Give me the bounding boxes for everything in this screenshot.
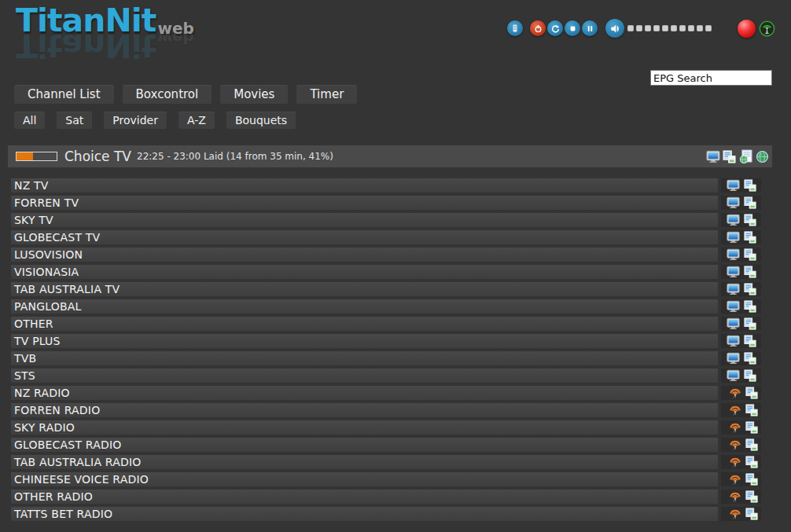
pages-icon[interactable]: [745, 508, 758, 520]
tv-screen-icon[interactable]: [727, 179, 740, 192]
volume-block[interactable]: [636, 25, 642, 31]
pages-icon[interactable]: [744, 231, 756, 244]
pages-icon[interactable]: [744, 196, 756, 209]
volume-block[interactable]: [697, 25, 703, 31]
volume-block[interactable]: [627, 25, 634, 31]
tv-screen-icon[interactable]: [727, 248, 740, 261]
pages-icon[interactable]: [744, 283, 756, 295]
radio-broadcast-icon[interactable]: [729, 456, 741, 468]
channel-name[interactable]: GLOBECAST RADIO: [11, 438, 718, 452]
tv-screen-icon[interactable]: [727, 196, 740, 209]
tv-screen-icon[interactable]: [706, 150, 720, 163]
radio-broadcast-icon[interactable]: [729, 438, 741, 451]
filter-all[interactable]: All: [14, 112, 45, 129]
channel-name[interactable]: TATTS BET RADIO: [11, 507, 718, 521]
pause-button[interactable]: [582, 20, 598, 36]
filter-nav: All Sat Provider A-Z Bouquets: [14, 112, 307, 129]
channel-row: NZ RADIO: [11, 386, 761, 400]
channel-name[interactable]: OTHER RADIO: [11, 490, 718, 504]
channel-name[interactable]: PANGLOBAL: [11, 299, 718, 314]
filter-az[interactable]: A-Z: [178, 112, 215, 129]
channel-name[interactable]: SKY TV: [11, 213, 718, 227]
volume-block[interactable]: [679, 25, 686, 31]
volume-block[interactable]: [705, 25, 712, 31]
channel-name[interactable]: NZ TV: [11, 178, 718, 193]
stop-button[interactable]: [565, 20, 580, 36]
stream-button[interactable]: [759, 20, 775, 37]
volume-block[interactable]: [662, 25, 668, 31]
channel-name[interactable]: TVB: [11, 351, 718, 365]
logo-main: TitanNit: [16, 2, 156, 39]
channel-name[interactable]: STS: [11, 369, 718, 383]
radio-broadcast-icon[interactable]: [729, 387, 741, 399]
channel-row: FORREN RADIO: [11, 403, 761, 417]
nav-channel-list[interactable]: Channel List: [14, 85, 114, 104]
tv-screen-icon[interactable]: [727, 283, 740, 295]
channel-actions: [721, 438, 761, 452]
pages-icon[interactable]: [745, 387, 758, 399]
pages-icon[interactable]: [744, 300, 756, 313]
pages-icon[interactable]: [744, 352, 756, 365]
radio-broadcast-icon[interactable]: [729, 508, 741, 520]
mute-button[interactable]: [605, 19, 624, 38]
epg-progress-fill: [17, 152, 33, 160]
channel-name[interactable]: FORREN RADIO: [11, 403, 718, 417]
radio-broadcast-icon[interactable]: [729, 421, 741, 434]
tv-screen-icon[interactable]: [727, 214, 740, 226]
channel-name[interactable]: OTHER: [11, 317, 718, 331]
pages-icon[interactable]: [745, 490, 758, 503]
webpage-globe-icon[interactable]: [738, 149, 753, 164]
channel-name[interactable]: SKY RADIO: [11, 420, 718, 435]
epg-search-input[interactable]: [650, 70, 772, 86]
nav-boxcontrol[interactable]: Boxcontrol: [123, 85, 212, 104]
volume-block[interactable]: [645, 25, 651, 31]
radio-broadcast-icon[interactable]: [729, 490, 741, 503]
pages-icon[interactable]: [744, 179, 756, 192]
channel-name[interactable]: TAB AUSTRALIA TV: [11, 282, 718, 296]
globe-icon[interactable]: [756, 150, 769, 163]
nav-movies[interactable]: Movies: [220, 85, 288, 104]
filter-sat[interactable]: Sat: [57, 112, 92, 129]
back-button[interactable]: [547, 20, 563, 36]
tv-screen-icon[interactable]: [727, 266, 740, 278]
pages-icon[interactable]: [723, 150, 736, 163]
channel-name[interactable]: TV PLUS: [11, 334, 718, 348]
channel-name[interactable]: GLOBECAST TV: [11, 230, 718, 244]
logo-sub: web: [157, 20, 193, 36]
filter-provider[interactable]: Provider: [104, 112, 167, 129]
volume-block[interactable]: [653, 25, 660, 31]
pages-icon[interactable]: [744, 335, 756, 347]
channel-name[interactable]: CHINEESE VOICE RADIO: [11, 472, 718, 486]
power-button[interactable]: [530, 20, 546, 36]
radio-broadcast-icon[interactable]: [729, 404, 741, 416]
pages-icon[interactable]: [745, 438, 758, 451]
pages-icon[interactable]: [745, 421, 758, 434]
tv-screen-icon[interactable]: [727, 352, 740, 365]
filter-bouquets[interactable]: Bouquets: [226, 112, 296, 129]
channel-name[interactable]: LUSOVISION: [11, 248, 718, 262]
volume-level-bar: [627, 25, 714, 31]
volume-block[interactable]: [688, 25, 694, 31]
pages-icon[interactable]: [744, 369, 756, 382]
tv-screen-icon[interactable]: [727, 231, 740, 244]
channel-name[interactable]: VISIONASIA: [11, 265, 718, 279]
pages-icon[interactable]: [744, 248, 756, 261]
channel-name[interactable]: FORREN TV: [11, 196, 718, 210]
channel-row: TAB AUSTRALIA TV: [11, 282, 761, 296]
pages-icon[interactable]: [745, 404, 758, 416]
pages-icon[interactable]: [745, 456, 758, 468]
channel-name[interactable]: TAB AUSTRALIA RADIO: [11, 455, 718, 469]
radio-broadcast-icon[interactable]: [729, 473, 741, 486]
tv-screen-icon[interactable]: [727, 317, 740, 330]
nav-timer[interactable]: Timer: [296, 85, 357, 104]
pages-icon[interactable]: [744, 214, 756, 226]
volume-block[interactable]: [671, 25, 677, 31]
tv-screen-icon[interactable]: [727, 335, 740, 347]
pages-icon[interactable]: [744, 317, 756, 330]
tv-screen-icon[interactable]: [727, 369, 740, 382]
channel-name[interactable]: NZ RADIO: [11, 386, 718, 400]
pages-icon[interactable]: [745, 473, 758, 486]
pages-icon[interactable]: [744, 266, 756, 278]
remote-button[interactable]: [507, 20, 523, 36]
tv-screen-icon[interactable]: [727, 300, 740, 313]
